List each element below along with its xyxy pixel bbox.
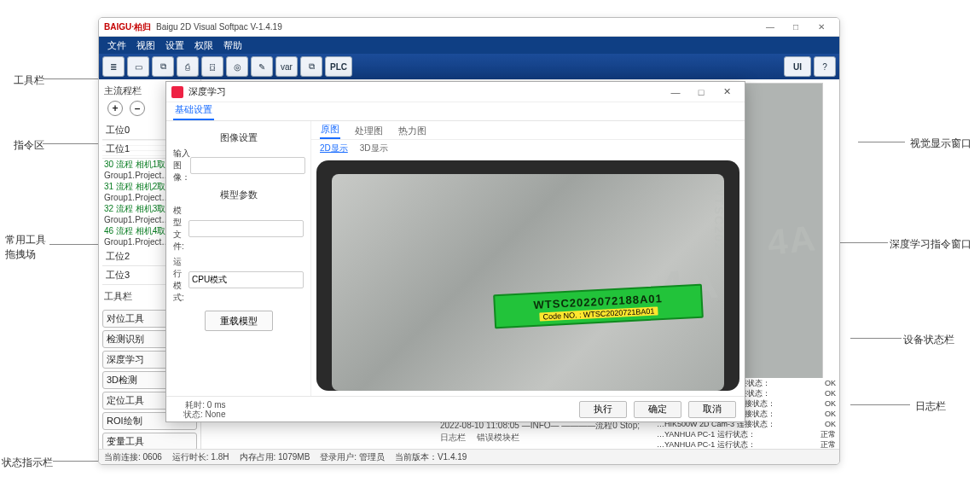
max-button[interactable]: □ bbox=[783, 22, 809, 32]
label-input-image: 输入图像： bbox=[173, 148, 190, 183]
sb-mem: 内存占用: 1079MB bbox=[240, 451, 310, 463]
emboss-text: 4A bbox=[766, 218, 819, 264]
sb-conn: 当前连接: 0606 bbox=[104, 451, 162, 463]
sb-user: 登录用户: 管理员 bbox=[320, 451, 385, 463]
anno-toolbar: 工具栏 bbox=[14, 73, 44, 88]
log-panel: 2022-08-10 11:08:05 —INFO— ————流程0 Stop;… bbox=[440, 420, 834, 444]
label-model-file: 模型文件: bbox=[173, 205, 188, 253]
anno-log: 日志栏 bbox=[915, 399, 946, 414]
tb-save-icon[interactable]: ⎙ bbox=[177, 56, 199, 77]
subtab-2d[interactable]: 2D显示 bbox=[320, 142, 348, 154]
reload-model-button[interactable]: 重载模型 bbox=[205, 311, 273, 331]
anno-view: 视觉显示窗口 bbox=[910, 137, 971, 151]
tb-var-icon[interactable]: var bbox=[275, 56, 298, 77]
dialog-icon bbox=[171, 86, 183, 98]
dialog-left-panel: 图像设置 输入图像： 模型参数 模型文件: 运行模式: 重载模型 bbox=[166, 121, 311, 396]
tb-help-icon[interactable]: ? bbox=[814, 56, 836, 77]
tb-circle-icon[interactable]: ◎ bbox=[226, 56, 248, 77]
tb-edit-icon[interactable]: ✎ bbox=[251, 56, 273, 77]
ok-button[interactable]: 确定 bbox=[634, 401, 681, 418]
toolbar: ≣ ▭ ⧉ ⎙ ⌼ ◎ ✎ var ⧉ PLC UI ? bbox=[99, 54, 839, 79]
menu-file[interactable]: 文件 bbox=[107, 39, 126, 52]
tb-plc-button[interactable]: PLC bbox=[325, 56, 352, 77]
model-file-field[interactable] bbox=[188, 220, 304, 237]
section-image-settings: 图像设置 bbox=[173, 131, 304, 144]
menu-view[interactable]: 视图 bbox=[136, 39, 155, 52]
tb-link-icon[interactable]: ⧉ bbox=[300, 56, 322, 77]
section-model-params: 模型参数 bbox=[173, 189, 304, 201]
dialog-close-button[interactable]: ✕ bbox=[714, 86, 739, 97]
add-process-button[interactable]: + bbox=[107, 101, 123, 116]
dialog-footer-info: 耗时: 0 ms 状态: None bbox=[183, 400, 225, 419]
titlebar: BAIGU·柏归 Baigu 2D Visual Softpac V-1.4.1… bbox=[99, 18, 839, 37]
deep-learning-dialog: 深度学习 — □ ✕ 基础设置 图像设置 输入图像： 模型参数 模型文件: bbox=[165, 81, 745, 422]
subtab-3d[interactable]: 3D显示 bbox=[360, 142, 388, 154]
tab-original[interactable]: 原图 bbox=[320, 121, 340, 139]
window-title: Baigu 2D Visual Softpac V-1.4.19 bbox=[156, 22, 282, 32]
dialog-min-button[interactable]: — bbox=[663, 87, 688, 97]
tb-list-icon[interactable]: ≣ bbox=[102, 56, 125, 77]
menu-auth[interactable]: 权限 bbox=[194, 39, 213, 52]
log-tab-log[interactable]: 日志栏 bbox=[440, 433, 466, 442]
detection-box: WTSC2022072188A01 Code NO. : WTSC2020721… bbox=[493, 284, 704, 329]
tb-ui-button[interactable]: UI bbox=[784, 56, 811, 77]
anno-tooldrag: 常用工具 拖拽场 bbox=[5, 233, 46, 262]
dialog-title: 深度学习 bbox=[188, 85, 226, 98]
tool-var[interactable]: 变量工具 bbox=[102, 433, 197, 450]
menu-settings[interactable]: 设置 bbox=[165, 39, 184, 52]
tab-processed[interactable]: 处理图 bbox=[354, 123, 384, 139]
image-view[interactable]: WTSC2022 4A WTSC2022072188A01 Code NO. :… bbox=[311, 157, 745, 396]
tb-cam-icon[interactable]: ⌼ bbox=[201, 56, 223, 77]
anno-status: 状态指示栏 bbox=[2, 456, 53, 470]
run-mode-select[interactable] bbox=[188, 271, 304, 288]
tab-basic-settings[interactable]: 基础设置 bbox=[173, 101, 214, 120]
tab-heatmap[interactable]: 热力图 bbox=[397, 123, 427, 139]
tb-copy-icon[interactable]: ⧉ bbox=[152, 56, 174, 77]
min-button[interactable]: — bbox=[757, 22, 783, 32]
anno-dev: 设备状态栏 bbox=[903, 333, 954, 347]
sb-ver: 当前版本：V1.4.19 bbox=[395, 451, 467, 463]
label-run-mode: 运行模式: bbox=[173, 256, 188, 304]
input-image-field[interactable] bbox=[190, 157, 305, 174]
close-button[interactable]: ✕ bbox=[809, 22, 834, 32]
dialog-max-button[interactable]: □ bbox=[688, 87, 714, 97]
menu-help[interactable]: 帮助 bbox=[223, 39, 242, 52]
run-button[interactable]: 执行 bbox=[579, 401, 627, 418]
log-tab-err[interactable]: 错误模块栏 bbox=[477, 433, 519, 442]
sb-uptime: 运行时长: 1.8H bbox=[172, 451, 229, 463]
cancel-button[interactable]: 取消 bbox=[688, 401, 736, 418]
anno-dl: 深度学习指令窗口 bbox=[890, 237, 971, 252]
menubar: 文件 视图 设置 权限 帮助 bbox=[99, 37, 839, 54]
emboss-side: WTSC2022 bbox=[712, 184, 726, 259]
remove-process-button[interactable]: – bbox=[130, 101, 145, 116]
anno-instr: 指令区 bbox=[14, 138, 44, 153]
statusbar: 当前连接: 0606 运行时长: 1.8H 内存占用: 1079MB 登录用户:… bbox=[99, 449, 839, 464]
logo: BAIGU·柏归 bbox=[104, 21, 151, 33]
tb-open-icon[interactable]: ▭ bbox=[127, 56, 149, 77]
